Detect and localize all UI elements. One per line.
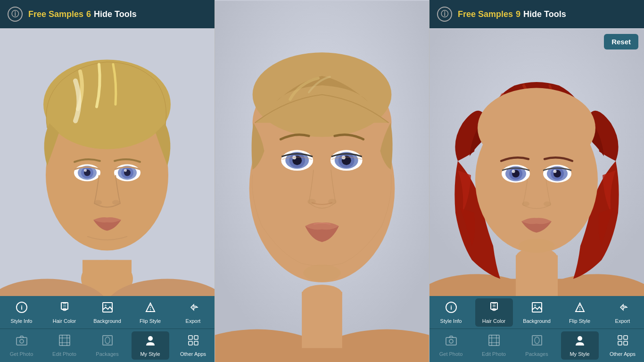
right-other-apps-icon [617, 334, 629, 349]
left-get-photo-label: Get Photo [10, 351, 33, 357]
svg-rect-90 [493, 308, 495, 310]
left-other-apps-label: Other Apps [180, 351, 206, 357]
left-background-icon [101, 301, 114, 316]
right-other-apps-btn[interactable]: Other Apps [604, 331, 642, 360]
center-face-image [215, 0, 429, 362]
left-export-btn[interactable]: Export [174, 298, 212, 327]
right-my-style-label: My Style [570, 351, 589, 357]
svg-rect-38 [189, 336, 192, 339]
svg-point-83 [553, 170, 557, 173]
right-background-label: Background [523, 318, 551, 324]
right-style-info-icon: i [445, 301, 457, 316]
left-image-area [0, 28, 215, 296]
svg-point-25 [105, 304, 107, 306]
right-get-photo-label: Get Photo [439, 351, 463, 357]
right-flip-style-btn[interactable]: Flip Style [561, 298, 599, 327]
left-packages-label: Packages [96, 351, 118, 357]
right-style-info-label: Style Info [440, 318, 462, 324]
left-panel: ⓘ Free Samples 6 Hide Tools [0, 0, 215, 362]
right-packages-btn[interactable]: Packages [518, 331, 556, 360]
left-my-style-btn[interactable]: My Style [132, 331, 169, 360]
svg-text:i: i [21, 304, 23, 311]
right-packages-label: Packages [525, 351, 548, 357]
right-toolbar-bottom: Get Photo Edit Photo [429, 329, 644, 362]
left-edit-photo-btn[interactable]: Edit Photo [46, 331, 83, 360]
left-export-label: Export [186, 318, 201, 324]
svg-rect-107 [618, 341, 622, 345]
svg-rect-40 [189, 341, 192, 345]
right-export-label: Export [615, 318, 630, 324]
left-face-image [0, 28, 215, 296]
right-header: ⓘ Free Samples 9 Hide Tools [429, 0, 644, 28]
reset-button[interactable]: Reset [604, 34, 638, 49]
right-hair-color-btn[interactable]: Hair Color [475, 298, 513, 327]
svg-rect-97 [489, 335, 499, 346]
left-other-apps-icon [187, 334, 199, 349]
left-header: ⓘ Free Samples 6 Hide Tools [0, 0, 215, 28]
right-hide-tools[interactable]: Hide Tools [523, 9, 566, 19]
right-my-style-icon [574, 334, 586, 349]
right-flip-style-label: Flip Style [569, 318, 590, 324]
left-style-info-btn[interactable]: i Style Info [3, 298, 41, 327]
left-style-info-icon: i [16, 301, 28, 316]
left-packages-btn[interactable]: Packages [89, 331, 126, 360]
svg-rect-23 [63, 308, 66, 310]
right-style-info-btn[interactable]: i Style Info [432, 298, 470, 327]
svg-point-73 [478, 88, 595, 168]
right-get-photo-btn[interactable]: Get Photo [432, 331, 470, 360]
svg-point-29 [20, 339, 24, 343]
left-other-apps-btn[interactable]: Other Apps [174, 331, 212, 360]
svg-rect-39 [194, 336, 198, 339]
svg-point-17 [124, 169, 127, 172]
svg-text:i: i [450, 304, 452, 311]
left-get-photo-btn[interactable]: Get Photo [3, 331, 41, 360]
right-export-btn[interactable]: Export [604, 298, 642, 327]
left-flip-style-btn[interactable]: Flip Style [132, 298, 169, 327]
right-background-icon [531, 301, 543, 316]
left-toolbar: i Style Info Hair Color [0, 296, 215, 362]
left-toolbar-top: i Style Info Hair Color [0, 296, 215, 329]
left-free-samples: Free Samples [28, 9, 83, 19]
left-toolbar-bottom: Get Photo Edit Photo [0, 329, 215, 362]
svg-point-84 [522, 202, 529, 206]
left-background-label: Background [93, 318, 121, 324]
svg-point-92 [534, 304, 536, 306]
left-hair-color-btn[interactable]: Hair Color [46, 298, 83, 327]
svg-rect-106 [624, 336, 627, 339]
left-my-style-label: My Style [140, 351, 160, 357]
left-background-btn[interactable]: Background [89, 298, 126, 327]
svg-point-86 [519, 239, 554, 253]
svg-rect-95 [446, 337, 456, 345]
right-info-icon[interactable]: ⓘ [437, 7, 452, 22]
svg-rect-41 [194, 341, 198, 345]
left-hair-color-icon [58, 301, 71, 316]
right-hair-color-label: Hair Color [482, 318, 506, 324]
right-packages-icon [531, 334, 543, 349]
right-free-samples: Free Samples [458, 9, 513, 19]
right-panel: ⓘ Free Samples 9 Hide Tools Reset [429, 0, 644, 362]
left-info-icon[interactable]: ⓘ [8, 7, 23, 22]
right-export-icon [617, 301, 629, 316]
svg-point-64 [303, 264, 341, 281]
left-header-title: Free Samples 6 Hide Tools [28, 9, 207, 19]
right-face-image [429, 28, 644, 296]
right-my-style-btn[interactable]: My Style [561, 331, 599, 360]
right-get-photo-icon [445, 334, 457, 349]
svg-point-96 [449, 339, 453, 343]
svg-point-12 [84, 169, 87, 172]
right-edit-photo-btn[interactable]: Edit Photo [475, 331, 513, 360]
right-other-apps-label: Other Apps [610, 351, 636, 357]
right-flip-style-icon [574, 301, 586, 316]
right-image-area: Reset [429, 28, 644, 296]
right-background-btn[interactable]: Background [518, 298, 556, 327]
left-edit-photo-icon [58, 334, 71, 349]
right-edit-photo-icon [488, 334, 500, 349]
svg-point-103 [535, 337, 539, 344]
left-get-photo-icon [16, 334, 28, 349]
svg-point-85 [544, 202, 551, 206]
left-edit-photo-label: Edit Photo [52, 351, 76, 357]
left-hide-tools[interactable]: Hide Tools [94, 9, 137, 19]
right-toolbar: i Style Info Hair Color [429, 296, 644, 362]
right-header-title: Free Samples 9 Hide Tools [458, 9, 636, 19]
left-free-samples-count: 6 [86, 9, 91, 19]
